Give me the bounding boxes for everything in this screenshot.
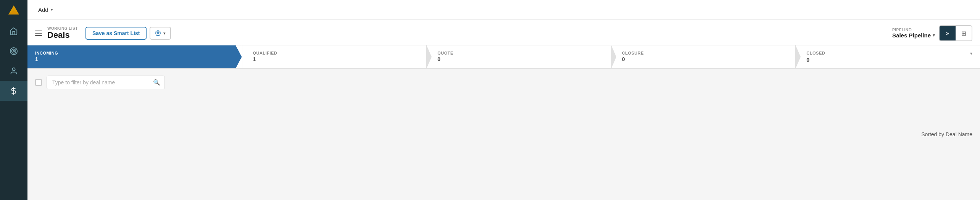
stage-closure-name: CLOSURE [622,51,788,55]
sidebar-item-home[interactable] [0,21,27,41]
sidebar-item-target[interactable] [0,41,27,61]
stage-quote-name: QUOTE [437,51,603,55]
gear-dropdown-button[interactable]: ▾ [150,27,171,40]
gear-chevron-icon: ▾ [163,31,166,36]
gear-icon [155,30,161,36]
pipeline-value: Sales Pipeline [892,32,931,39]
stage-closed[interactable]: CLOSED ▾ 0 [795,45,980,68]
svg-point-7 [157,32,159,34]
save-smart-list-button[interactable]: Save as Smart List [85,27,147,40]
stage-quote-count: 0 [437,56,603,62]
stage-closed-count: 0 [806,57,972,63]
page-meta: WORKING LIST Deals [47,26,78,40]
sidebar-nav [0,21,27,101]
grid-view-button[interactable]: ⊞ [956,26,972,40]
filter-area: 🔍 Sorted by Deal Name [27,69,980,200]
logo [0,0,27,20]
topbar: Add ▾ [27,0,980,20]
stage-incoming-count: 1 [35,56,234,62]
stage-closed-chevron-icon[interactable]: ▾ [970,51,972,56]
stage-closure[interactable]: CLOSURE 0 [611,45,796,68]
page-title: Deals [47,31,78,40]
main-content: Add ▾ WORKING LIST Deals Save as Smart L… [27,0,980,200]
filter-left: 🔍 [35,76,165,89]
pipeline-section: PIPELINE: Sales Pipeline ▾ » ⊞ [892,25,972,41]
stage-closed-header: CLOSED ▾ [806,51,972,56]
header-area: WORKING LIST Deals Save as Smart List ▾ … [27,20,980,45]
target-icon [10,47,18,55]
hamburger-button[interactable] [35,31,42,36]
sidebar-item-contacts[interactable] [0,61,27,81]
svg-point-5 [12,68,15,71]
svg-point-3 [12,49,16,53]
add-chevron-icon: ▾ [51,7,53,12]
sidebar-item-deals[interactable] [0,81,27,101]
add-label: Add [38,6,48,13]
pipeline-label: PIPELINE: [892,28,935,32]
stage-closure-count: 0 [622,56,788,62]
pipeline-select[interactable]: Sales Pipeline ▾ [892,32,935,39]
kanban-view-button[interactable]: » [940,26,956,40]
sorted-by-label: Sorted by Deal Name [921,131,972,137]
deal-filter-input[interactable] [47,76,165,89]
stage-incoming[interactable]: INCOMING 1 [27,45,242,68]
pipeline-label-group: PIPELINE: Sales Pipeline ▾ [892,28,935,39]
select-all-checkbox[interactable] [35,79,42,86]
pipeline-stages: INCOMING 1 QUALIFIED 1 QUOTE 0 CLOSURE 0… [27,45,980,69]
stage-qualified-count: 1 [253,56,419,62]
stage-closed-name: CLOSED [806,51,825,55]
person-icon [10,67,18,75]
svg-point-4 [13,50,15,52]
dollar-icon [10,87,18,95]
header-actions: Save as Smart List ▾ [85,27,171,40]
home-icon [10,27,18,35]
stage-quote[interactable]: QUOTE 0 [426,45,611,68]
pipeline-chevron-icon: ▾ [933,33,935,38]
sidebar [0,0,27,200]
add-button[interactable]: Add ▾ [35,4,56,15]
filter-input-wrap: 🔍 [47,76,165,89]
view-toggle: » ⊞ [939,25,972,41]
stage-incoming-name: INCOMING [35,51,234,55]
stage-qualified[interactable]: QUALIFIED 1 [242,45,427,68]
stage-qualified-name: QUALIFIED [253,51,419,55]
